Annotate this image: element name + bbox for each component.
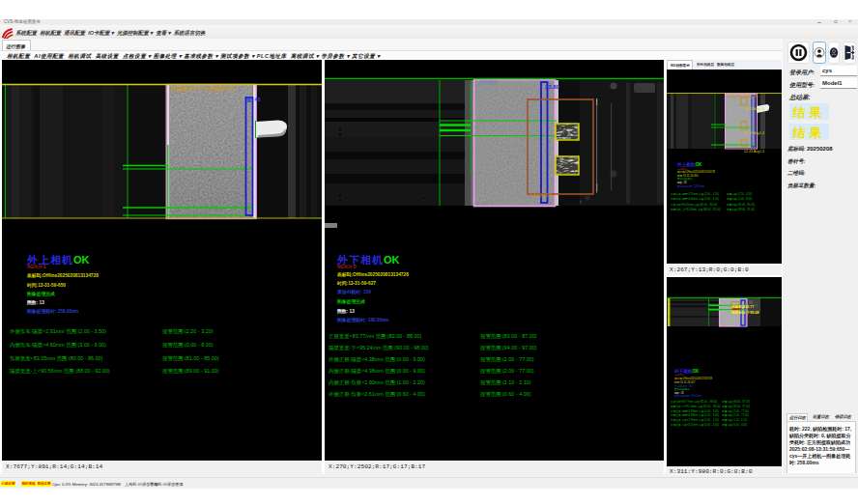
svg-text:12.43 Avg1.3: 12.43 Avg1.3 xyxy=(744,107,764,111)
svg-text:灯箱阈值:93, 动态阈值:100: 灯箱阈值:93, 动态阈值:100 xyxy=(728,95,758,98)
svg-text:正极宽度83.77: 正极宽度83.77 xyxy=(730,304,754,309)
svg-text:隔膜宽度-下95.24: 隔膜宽度-下95.24 xyxy=(731,310,758,315)
svg-text:13.45 Avg1.4: 13.45 Avg1.4 xyxy=(744,131,764,135)
svg-text:4.9 Avg:1.9: 4.9 Avg:1.9 xyxy=(529,193,552,198)
svg-text:12.43 Avg1.3: 12.43 Avg1.3 xyxy=(744,150,764,154)
